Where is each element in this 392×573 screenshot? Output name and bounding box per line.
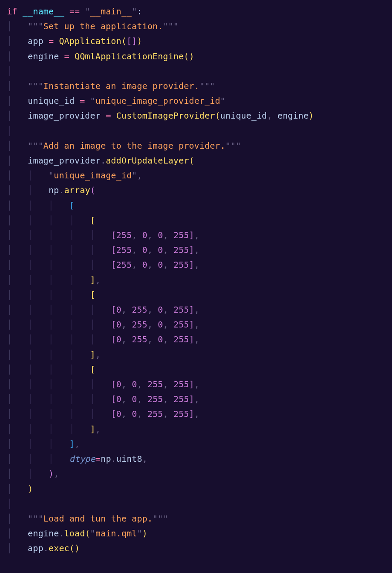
code-line: │ ) xyxy=(7,484,33,494)
code-line: │ │ │ │ [ xyxy=(7,365,95,375)
code-line: │ │ │ │ ], xyxy=(7,424,101,434)
code-line: │ │ │ │ │ [0, 0, 255, 255], xyxy=(7,379,199,389)
code-line: │ """Add an image to the image provider.… xyxy=(7,141,241,151)
code-line: │ app = QApplication([]) xyxy=(7,36,142,46)
call-add-or-update-layer: addOrUpdateLayer xyxy=(106,156,189,166)
code-line: │ │ │ │ ], xyxy=(7,275,101,285)
code-line: │ │ ), xyxy=(7,469,59,479)
code-line: │ │ │ │ │ [0, 0, 255, 255], xyxy=(7,409,199,419)
docstring: Load and tun the app. xyxy=(44,514,153,524)
kwarg-dtype: dtype xyxy=(69,454,95,464)
code-editor[interactable]: if __name__ == "__main__": │ """Set up t… xyxy=(0,0,392,561)
keyword-if: if xyxy=(7,7,17,17)
code-line: │ """Instantiate an image provider.""" xyxy=(7,81,215,91)
call-engine-load: load xyxy=(64,529,85,539)
docstring: Add an image to the image provider. xyxy=(44,141,226,151)
code-line: │ unique_id = "unique_image_provider_id" xyxy=(7,96,226,106)
code-line: │ │ │ │ ], xyxy=(7,350,101,360)
code-line: │ │ np.array( xyxy=(7,185,95,195)
code-line: │ │ │ │ │ [0, 0, 255, 255], xyxy=(7,394,199,404)
code-line: if __name__ == "__main__": xyxy=(7,7,142,17)
call-app-exec: exec xyxy=(49,543,70,553)
docstring: Set up the application. xyxy=(44,21,163,31)
blank-line: │ xyxy=(7,126,12,136)
code-line: │ │ │ │ [ xyxy=(7,290,95,300)
code-line: │ │ │ │ │ [255, 0, 0, 255], xyxy=(7,245,199,255)
code-line: │ │ │ │ │ [0, 255, 0, 255], xyxy=(7,320,199,330)
code-line: │ """Set up the application.""" xyxy=(7,21,179,31)
code-line: │ │ │ │ │ [255, 0, 0, 255], xyxy=(7,260,199,270)
code-line: │ image_provider = CustomImageProvider(u… xyxy=(7,111,314,121)
blank-line: │ xyxy=(7,499,12,509)
code-line: │ │ │ dtype=np.uint8, xyxy=(7,454,147,464)
call-qapplication: QApplication xyxy=(59,36,121,46)
dunder-name: __name__ xyxy=(23,7,64,17)
call-custom-image-provider: CustomImageProvider xyxy=(116,111,215,121)
code-line: │ │ │ [ xyxy=(7,201,74,211)
code-line: │ app.exec() xyxy=(7,543,80,553)
call-qqml-engine: QQmlApplicationEngine xyxy=(74,51,184,61)
code-line: │ │ │ │ [ xyxy=(7,215,95,225)
code-line: │ │ "unique_image_id", xyxy=(7,171,142,181)
code-line: │ image_provider.addOrUpdateLayer( xyxy=(7,156,194,166)
code-line: │ engine = QQmlApplicationEngine() xyxy=(7,51,194,61)
blank-line: │ xyxy=(7,66,12,76)
call-np-array: array xyxy=(64,185,90,195)
code-line: │ engine.load("main.qml") xyxy=(7,529,147,539)
code-line: │ """Load and tun the app.""" xyxy=(7,514,168,524)
docstring: Instantiate an image provider. xyxy=(44,81,199,91)
code-line: │ │ │ │ │ [0, 255, 0, 255], xyxy=(7,334,199,344)
code-line: │ │ │ │ │ [255, 0, 0, 255], xyxy=(7,230,199,240)
code-line: │ │ │ │ │ [0, 255, 0, 255], xyxy=(7,305,199,315)
code-line: │ │ │ ], xyxy=(7,439,80,449)
